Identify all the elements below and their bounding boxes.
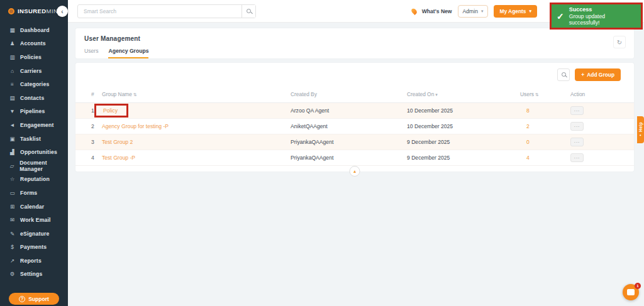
tasklist-icon: ▣: [9, 136, 16, 142]
users-count[interactable]: 2: [520, 123, 530, 129]
chevron-down-icon: ▾: [481, 9, 484, 14]
sidebar: INSUREDMINE ▦Dashboard♟Accounts▥Policies…: [0, 0, 68, 306]
sidebar-item-label: Payments: [20, 244, 47, 250]
table-row: 4Test Group -PPriyankaQAAgent9 December …: [75, 150, 634, 166]
sidebar-collapse-button[interactable]: ‹: [57, 6, 68, 17]
users-count[interactable]: 0: [520, 139, 530, 145]
help-tab[interactable]: ● Help: [637, 116, 644, 143]
row-actions-button[interactable]: ...: [570, 122, 584, 131]
refresh-icon: ↻: [617, 39, 622, 46]
table-toolbar: + Add Group: [75, 63, 634, 82]
sidebar-item-carriers[interactable]: ⌂Carriers: [0, 64, 68, 78]
engagement-icon: ◄: [9, 122, 16, 128]
sidebar-item-label: Policies: [20, 54, 42, 60]
column-header-action: Action: [570, 87, 634, 103]
pipelines-icon: ▼: [9, 108, 16, 114]
sidebar-item-contacts[interactable]: ▤Contacts: [0, 91, 68, 105]
sidebar-item-label: Accounts: [20, 40, 46, 46]
sidebar-item-forms[interactable]: ▭Forms: [0, 186, 68, 200]
sidebar-item-label: Tasklist: [20, 136, 41, 142]
group-name-cell: Policy: [102, 103, 291, 119]
created-by-cell: AniketQAAgent: [291, 119, 407, 134]
sidebar-item-label: Document Manager: [19, 160, 68, 172]
sidebar-item-reputation[interactable]: ☆Reputation: [0, 173, 68, 187]
table-search-button[interactable]: [557, 68, 570, 81]
refresh-button[interactable]: ↻: [613, 36, 626, 48]
users-count[interactable]: 8: [520, 107, 530, 114]
search-icon: [562, 72, 566, 77]
sidebar-item-settings[interactable]: ⚙Settings: [0, 268, 68, 281]
whats-new-link[interactable]: What's New: [422, 8, 452, 14]
group-name-cell: Test Group -P: [102, 150, 291, 166]
toast-message: Group updated successfully!: [569, 13, 636, 26]
plus-icon: +: [581, 72, 584, 78]
sidebar-item-label: Calendar: [20, 204, 44, 210]
row-actions-button[interactable]: ...: [570, 153, 584, 162]
sidebar-item-policies[interactable]: ▥Policies: [0, 50, 68, 64]
my-agents-button[interactable]: My Agents ▾: [494, 5, 537, 18]
support-button[interactable]: ? Support: [9, 293, 59, 305]
group-name-link[interactable]: Agency Group for testing -P: [102, 123, 169, 129]
table-header-row: #Group Name⇅Created ByCreated On▾Users⇅A…: [75, 87, 634, 103]
question-icon: ●: [639, 133, 643, 137]
row-number: 3: [75, 134, 102, 150]
table-row: 2Agency Group for testing -PAniketQAAgen…: [75, 119, 634, 134]
support-label: Support: [28, 296, 49, 302]
agency-groups-card: + Add Group #Group Name⇅Created ByCreate…: [75, 63, 634, 172]
toast-text: Success Group updated successfully!: [569, 6, 636, 26]
users-count[interactable]: 4: [520, 155, 530, 161]
action-cell: ...: [570, 150, 634, 166]
sidebar-item-dashboard[interactable]: ▦Dashboard: [0, 23, 68, 37]
sidebar-item-esignature[interactable]: ✎eSignature: [0, 227, 68, 241]
column-header-group-name[interactable]: Group Name⇅: [102, 87, 291, 103]
row-actions-button[interactable]: ...: [570, 106, 584, 115]
group-name-link[interactable]: Test Group 2: [102, 139, 133, 145]
column-label: Created By: [291, 91, 317, 97]
created-on-cell: 9 December 2025: [407, 150, 520, 166]
group-name-link[interactable]: Test Group -P: [102, 155, 135, 161]
sidebar-item-tasklist[interactable]: ▣Tasklist: [0, 132, 68, 146]
sidebar-item-pipelines[interactable]: ▼Pipelines: [0, 105, 68, 119]
column-label: Action: [570, 91, 585, 97]
sidebar-item-label: Dashboard: [20, 27, 50, 33]
sidebar-item-categories[interactable]: ≡Categories: [0, 77, 68, 91]
sidebar-item-label: Reports: [20, 258, 42, 264]
column-header-num: #: [75, 87, 102, 103]
tab-users[interactable]: Users: [84, 48, 98, 58]
sidebar-item-work-email[interactable]: ✉Work Email: [0, 213, 68, 227]
sidebar-item-label: Pipelines: [20, 108, 45, 114]
sidebar-item-accounts[interactable]: ♟Accounts: [0, 37, 68, 51]
check-icon: ✓: [557, 11, 564, 21]
sidebar-item-document-manager[interactable]: ▱Document Manager: [0, 159, 68, 173]
scroll-top-button[interactable]: ▴: [350, 166, 360, 177]
group-name-link[interactable]: Policy: [103, 107, 118, 114]
sidebar-item-payments[interactable]: $Payments: [0, 241, 68, 254]
carriers-icon: ⌂: [9, 68, 16, 74]
chevron-up-icon: ▴: [353, 168, 356, 174]
row-actions-button[interactable]: ...: [570, 138, 584, 146]
sort-icon: ⇅: [133, 92, 137, 97]
group-name-cell: Agency Group for testing -P: [102, 119, 291, 134]
sidebar-item-engagement[interactable]: ◄Engagement: [0, 118, 68, 132]
created-by-cell: PriyankaQAAgent: [291, 150, 407, 166]
column-header-created-on[interactable]: Created On▾: [407, 87, 520, 103]
column-header-users[interactable]: Users⇅: [520, 87, 570, 103]
add-group-button[interactable]: + Add Group: [575, 68, 621, 81]
created-on-cell: 10 December 2025: [407, 119, 520, 134]
tab-agency-groups[interactable]: Agency Groups: [108, 48, 148, 58]
created-by-cell: Arzoo QA Agent: [291, 103, 407, 119]
search-input[interactable]: [78, 5, 242, 18]
admin-dropdown-value: Admin: [463, 8, 478, 14]
column-header-created-by: Created By: [291, 87, 407, 103]
action-cell: ...: [570, 119, 634, 134]
admin-dropdown[interactable]: Admin ▾: [458, 5, 489, 18]
sidebar-item-calendar[interactable]: ⊞Calendar: [0, 200, 68, 214]
chat-widget-button[interactable]: 1: [623, 284, 639, 300]
sidebar-item-reports[interactable]: ↗Reports: [0, 254, 68, 268]
reports-icon: ↗: [9, 258, 16, 264]
search-button[interactable]: [242, 5, 255, 18]
sidebar-item-opportunities[interactable]: ▟Opportunities: [0, 145, 68, 159]
esignature-icon: ✎: [9, 231, 16, 237]
users-cell: 2: [520, 119, 570, 134]
sidebar-item-label: Categories: [20, 81, 49, 87]
